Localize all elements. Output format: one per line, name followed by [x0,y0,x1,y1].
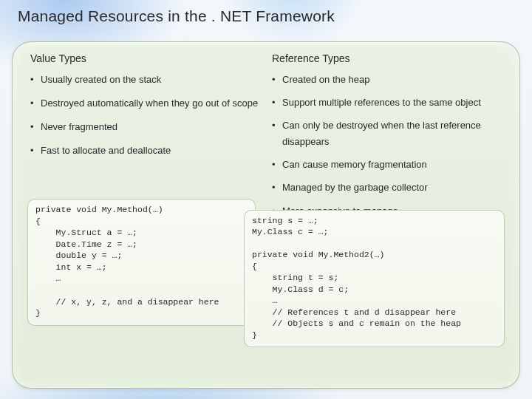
content-panel: Value Types Usually created on the stack… [12,41,520,389]
reference-types-heading: Reference Types [272,52,505,64]
bullet-item: Created on the heap [272,72,505,88]
bullet-item: Support multiple references to the same … [272,95,505,111]
bullet-item: Fast to allocate and deallocate [30,143,263,159]
bullet-item: Can only be destroyed when the last refe… [272,117,505,150]
slide-title: Managed Resources in the . NET Framework [18,7,514,25]
reference-types-bullets: Created on the heap Support multiple ref… [272,72,505,226]
bullet-item: Destroyed automatically when they go out… [30,95,263,112]
reference-types-code: string s = …; My.Class c = …; private vo… [244,210,505,348]
value-types-code: private void My.Method(…) { My.Struct a … [27,199,256,325]
bullet-item: Managed by the garbage collector [272,180,505,196]
bullet-item: Can cause memory fragmentation [272,157,505,173]
slide: Managed Resources in the . NET Framework… [0,0,532,399]
value-types-bullets: Usually created on the stack Destroyed a… [30,72,263,166]
reference-types-column: Reference Types Created on the heap Supp… [269,52,505,379]
value-types-heading: Value Types [30,52,263,64]
bullet-item: Never fragmented [30,119,263,135]
value-types-column: Value Types Usually created on the stack… [27,52,263,379]
bullet-item: Usually created on the stack [30,72,263,88]
